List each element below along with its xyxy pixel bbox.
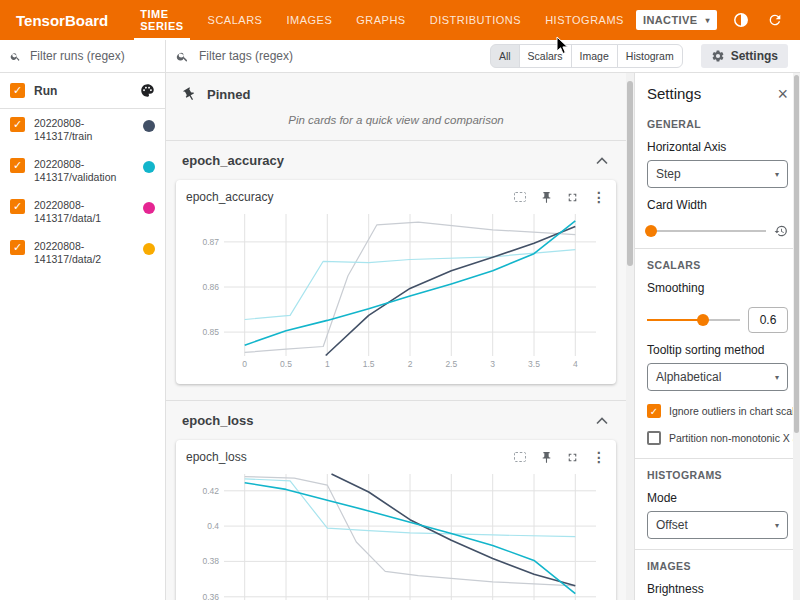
settings-scrollbar-thumb[interactable]: [794, 75, 799, 433]
run-color-dot: [143, 243, 155, 255]
run-color-dot: [143, 202, 155, 214]
tooltip-sorting-select[interactable]: Alphabetical ▾: [647, 363, 788, 391]
svg-text:0.42: 0.42: [202, 486, 219, 496]
epoch-loss-chart[interactable]: 00.511.522.533.540.360.380.40.42: [186, 468, 606, 600]
run-name: 20220808-141317/train: [34, 117, 129, 143]
section-title: epoch_accuracy: [182, 153, 284, 168]
filter-chip-all[interactable]: All: [490, 44, 520, 68]
partition-x-row[interactable]: Partition non-monotonic X axis: [647, 431, 788, 445]
tensorboard-app: TensorBoard TIME SERIES SCALARS IMAGES G…: [0, 0, 800, 600]
fullscreen-icon[interactable]: [566, 191, 579, 204]
run-color-dot: [143, 161, 155, 173]
scalars-heading: SCALARS: [647, 259, 788, 271]
run-checkbox[interactable]: [10, 117, 25, 132]
tab-graphs[interactable]: GRAPHS: [344, 0, 417, 40]
chevron-down-icon: ▾: [705, 16, 709, 25]
ignore-outliers-row[interactable]: Ignore outliers in chart scaling: [647, 404, 788, 418]
tab-histograms[interactable]: HISTOGRAMS: [533, 0, 636, 40]
close-icon[interactable]: ×: [777, 86, 788, 102]
settings-button[interactable]: Settings: [701, 44, 788, 68]
svg-text:4: 4: [573, 359, 578, 369]
histogram-mode-select[interactable]: Offset ▾: [647, 511, 788, 539]
runs-filter-input[interactable]: [28, 48, 155, 64]
svg-text:1.5: 1.5: [363, 359, 375, 369]
horizontal-axis-label: Horizontal Axis: [647, 140, 788, 154]
run-checkbox[interactable]: [10, 199, 25, 214]
run-checkbox[interactable]: [10, 240, 25, 255]
run-checkbox[interactable]: [10, 158, 25, 173]
partition-x-label: Partition non-monotonic X axis: [669, 432, 800, 444]
pin-icon[interactable]: [540, 191, 553, 204]
pinned-header: Pinned: [166, 73, 626, 106]
svg-text:0.86: 0.86: [202, 282, 219, 292]
settings-panel: Settings × GENERAL Horizontal Axis Step …: [634, 73, 800, 600]
main-column: All Scalars Image Histogram Settings Pin…: [166, 40, 800, 600]
partition-x-checkbox[interactable]: [647, 431, 661, 445]
ignore-outliers-label: Ignore outliers in chart scaling: [669, 405, 800, 417]
card-actions: ⋮: [513, 190, 606, 204]
reload-status-select[interactable]: INACTIVE ▾: [636, 10, 717, 30]
card-width-label: Card Width: [647, 198, 788, 212]
svg-text:0.36: 0.36: [202, 592, 219, 600]
card-title: epoch_accuracy: [186, 190, 273, 204]
main-scrollbar-thumb[interactable]: [627, 81, 633, 266]
svg-text:3: 3: [490, 359, 495, 369]
runs-sidebar: Run 20220808-141317/train 20220808-14131…: [0, 40, 166, 600]
fit-to-data-icon[interactable]: [513, 190, 527, 204]
chevron-up-icon[interactable]: [596, 417, 608, 425]
filter-chip-image[interactable]: Image: [571, 44, 618, 68]
run-row[interactable]: 20220808-141317/data/2: [0, 232, 165, 273]
run-row[interactable]: 20220808-141317/data/1: [0, 191, 165, 232]
tags-toolbar: All Scalars Image Histogram Settings: [166, 40, 800, 73]
settings-panel-title: Settings: [647, 85, 701, 102]
more-options-icon[interactable]: ⋮: [592, 190, 606, 204]
tab-time-series[interactable]: TIME SERIES: [128, 0, 195, 40]
horizontal-axis-select[interactable]: Step ▾: [647, 160, 788, 188]
fullscreen-icon[interactable]: [566, 451, 579, 464]
ignore-outliers-checkbox[interactable]: [647, 404, 661, 418]
main-scrollbar[interactable]: [626, 73, 634, 600]
smoothing-slider[interactable]: [647, 314, 740, 326]
tags-filter-input[interactable]: [197, 48, 461, 64]
pinned-empty-hint: Pin cards for a quick view and compariso…: [166, 106, 626, 140]
smoothing-value-input[interactable]: 0.6: [748, 307, 788, 333]
chevron-down-icon: ▾: [775, 373, 779, 382]
fit-to-data-icon[interactable]: [513, 450, 527, 464]
pin-icon: [179, 84, 199, 104]
run-row[interactable]: 20220808-141317/train: [0, 109, 165, 150]
run-name: 20220808-141317/data/1: [34, 199, 129, 225]
chevron-up-icon[interactable]: [596, 157, 608, 165]
gear-icon: [711, 49, 725, 63]
tab-distributions[interactable]: DISTRIBUTIONS: [418, 0, 533, 40]
epoch-accuracy-chart[interactable]: 00.511.522.533.540.850.860.87: [186, 208, 606, 374]
palette-icon[interactable]: [140, 83, 155, 98]
section-header-epoch-accuracy[interactable]: epoch_accuracy: [166, 140, 626, 178]
scalar-card-epoch-accuracy: epoch_accuracy ⋮ 00.511.522.533.540.850.…: [176, 180, 616, 384]
tab-images[interactable]: IMAGES: [274, 0, 344, 40]
svg-text:3.5: 3.5: [528, 359, 540, 369]
filter-chip-histogram[interactable]: Histogram: [617, 44, 683, 68]
svg-text:1: 1: [325, 359, 330, 369]
run-color-dot: [143, 120, 155, 132]
run-select-all-checkbox[interactable]: [10, 83, 25, 98]
settings-scrollbar[interactable]: [793, 73, 800, 600]
more-options-icon[interactable]: ⋮: [592, 450, 606, 464]
runs-filter-row: [0, 40, 165, 73]
theme-toggle-icon[interactable]: [732, 11, 751, 30]
svg-text:0.87: 0.87: [202, 237, 219, 247]
tooltip-sorting-value: Alphabetical: [656, 370, 721, 384]
reload-status-value: INACTIVE: [643, 14, 698, 26]
pin-icon[interactable]: [540, 451, 553, 464]
refresh-icon[interactable]: [766, 11, 785, 30]
run-row[interactable]: 20220808-141317/validation: [0, 150, 165, 191]
tab-scalars[interactable]: SCALARS: [196, 0, 275, 40]
card-width-slider[interactable]: [647, 225, 766, 237]
section-header-epoch-loss[interactable]: epoch_loss: [166, 400, 626, 438]
chevron-down-icon: ▾: [775, 170, 779, 179]
settings-panel-header: Settings ×: [647, 73, 788, 108]
card-title: epoch_loss: [186, 450, 247, 464]
reset-icon[interactable]: [774, 224, 788, 238]
chevron-down-icon: ▾: [775, 521, 779, 530]
filter-chip-scalars[interactable]: Scalars: [519, 44, 572, 68]
histograms-heading: HISTOGRAMS: [647, 469, 788, 481]
